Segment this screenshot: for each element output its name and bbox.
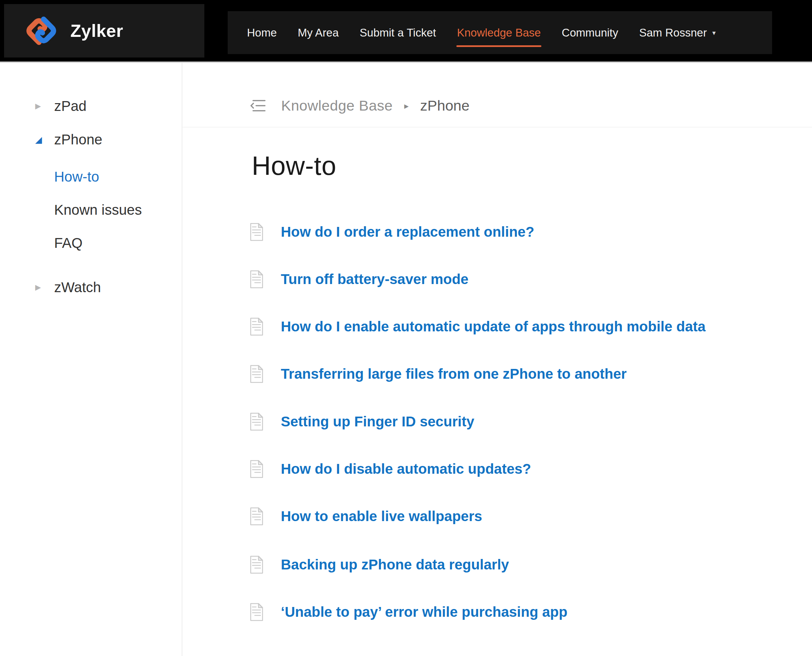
article-row: Backing up zPhone data regularly [249,555,509,574]
breadcrumb: Knowledge Base ▸ zPhone [249,97,470,114]
article-link-how-to-enable-live-wallpapers[interactable]: How to enable live wallpapers [281,508,482,524]
sidebar-item-label: zPhone [54,132,102,148]
sidebar-item-zpad[interactable]: ▶zPad [0,95,182,117]
user-menu[interactable]: Sam Rossner ▾ [639,11,716,54]
document-icon [249,507,264,526]
nav-item-knowledge-base[interactable]: Knowledge Base [457,11,541,54]
sidebar-item-label: zPad [54,98,87,114]
article-link-transferring-large-files-from-one-zphone[interactable]: Transferring large files from one zPhone… [281,366,627,382]
document-icon [249,223,264,241]
article-row: Turn off battery-saver mode [249,270,469,289]
article-row: Transferring large files from one zPhone… [249,365,627,384]
article-link-unable-to-pay-error-while-purchasing-app[interactable]: ‘Unable to pay’ error while purchasing a… [281,604,567,620]
document-icon [249,365,264,384]
document-icon [249,317,264,336]
brand-name: Zylker [70,21,123,41]
tree-collapsed-icon[interactable]: ▶ [35,102,41,110]
article-link-backing-up-zphone-data-regularly[interactable]: Backing up zPhone data regularly [281,557,509,573]
page-title: How-to [252,150,336,181]
sidebar-item-how-to[interactable]: How-to [0,166,182,188]
tree-collapsed-icon[interactable]: ▶ [35,284,41,291]
article-row: How do I enable automatic update of apps… [249,317,705,336]
brand-logo[interactable]: Zylker [4,4,205,57]
document-icon [249,270,264,289]
nav-item-my-area[interactable]: My Area [298,11,339,54]
sidebar-item-label: How-to [54,169,99,185]
document-icon [249,412,264,431]
article-link-turn-off-battery-saver-mode[interactable]: Turn off battery-saver mode [281,271,469,288]
main-nav: HomeMy AreaSubmit a TicketKnowledge Base… [228,11,772,54]
tree-expanded-icon[interactable]: ◢ [35,135,42,144]
article-row: How do I disable automatic updates? [249,460,531,478]
document-icon [249,555,264,574]
document-icon [249,603,264,622]
chevron-right-icon: ▸ [404,101,409,110]
sidebar-item-label: zWatch [54,279,101,296]
chevron-down-icon: ▾ [712,29,716,36]
user-name: Sam Rossner [639,26,707,39]
zylker-logo-icon [22,11,61,50]
article-link-how-do-i-order-a-replacement-online[interactable]: How do I order a replacement online? [281,224,534,240]
sidebar-item-label: Known issues [54,202,142,218]
sidebar-item-zphone[interactable]: ◢zPhone [0,129,182,150]
sidebar-item-known-issues[interactable]: Known issues [0,199,182,221]
article-row: How to enable live wallpapers [249,507,482,526]
category-sidebar: ▶zPad◢zPhoneHow-toKnown issuesFAQ▶zWatch [0,63,182,656]
article-row: Setting up Finger ID security [249,412,474,431]
breadcrumb-bar: Knowledge Base ▸ zPhone [182,63,812,127]
article-row: How do I order a replacement online? [249,223,534,241]
document-icon [249,460,264,478]
article-link-setting-up-finger-id-security[interactable]: Setting up Finger ID security [281,413,474,430]
article-link-how-do-i-disable-automatic-updates[interactable]: How do I disable automatic updates? [281,461,531,477]
top-header: Zylker HomeMy AreaSubmit a TicketKnowled… [0,0,812,62]
nav-item-submit-a-ticket[interactable]: Submit a Ticket [360,11,436,54]
sidebar-item-label: FAQ [54,235,82,251]
nav-item-home[interactable]: Home [247,11,277,54]
toc-collapse-icon[interactable] [249,98,267,113]
nav-item-community[interactable]: Community [562,11,618,54]
sidebar-item-zwatch[interactable]: ▶zWatch [0,277,182,298]
sidebar-item-faq[interactable]: FAQ [0,232,182,254]
breadcrumb-current-zphone[interactable]: zPhone [420,97,470,114]
article-link-how-do-i-enable-automatic-update-of-apps[interactable]: How do I enable automatic update of apps… [281,319,705,335]
article-row: ‘Unable to pay’ error while purchasing a… [249,603,567,622]
main-content: Knowledge Base ▸ zPhone How-to How do I … [182,63,812,656]
breadcrumb-link-knowledge-base[interactable]: Knowledge Base [281,97,393,114]
